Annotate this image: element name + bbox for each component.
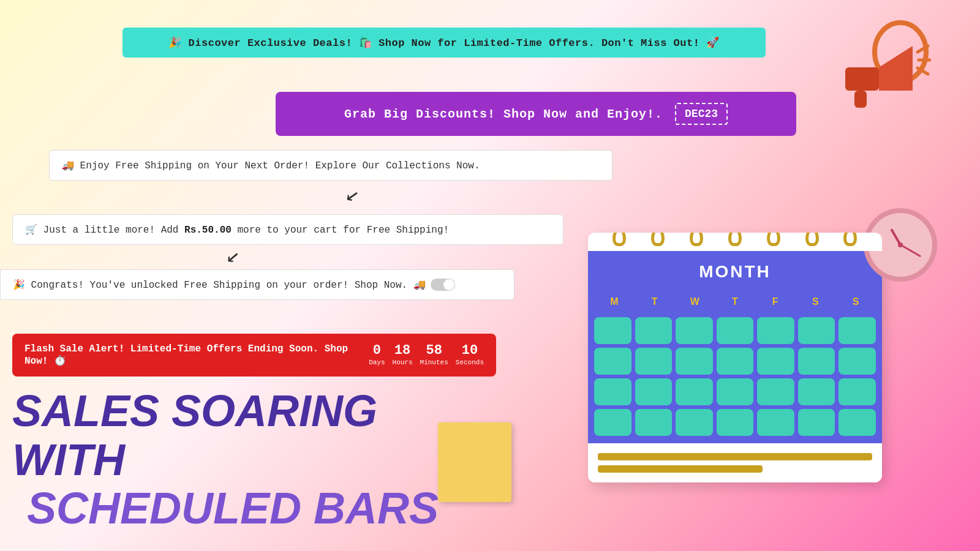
cal-cell — [676, 409, 713, 436]
cal-cell — [594, 409, 631, 436]
cal-cell — [757, 409, 794, 436]
day-f: F — [755, 296, 796, 307]
congrats-bar[interactable]: 🎉 Congrats! You've unlocked Free Shippin… — [0, 269, 514, 300]
minutes-label: Minutes — [420, 359, 448, 366]
seconds-unit: 10 Seconds — [456, 344, 484, 366]
arrow-down-2: ↙ — [225, 241, 241, 269]
shipping-banner[interactable]: 🚚 Enjoy Free Shipping on Your Next Order… — [49, 150, 612, 181]
cart-prefix: 🛒 Just a little more! Add — [25, 225, 184, 236]
cal-cell — [798, 317, 835, 344]
shipping-text: 🚚 Enjoy Free Shipping on Your Next Order… — [62, 160, 480, 171]
month-label: MONTH — [699, 262, 771, 281]
bottom-heading: SALES SOARING WITH SCHEDULED BARS — [12, 387, 453, 533]
ring-5 — [767, 233, 780, 246]
cal-cell — [594, 378, 631, 405]
cal-cell — [676, 348, 713, 375]
cal-cell — [757, 348, 794, 375]
ring-3 — [690, 233, 703, 246]
minutes-unit: 58 Minutes — [420, 344, 448, 366]
cal-cell — [798, 348, 835, 375]
cal-cell — [676, 317, 713, 344]
top-announcement-bar[interactable]: 🎉 Discover Exclusive Deals! 🛍️ Shop Now … — [123, 28, 766, 58]
ring-4 — [728, 233, 742, 246]
calendar-rings — [588, 233, 882, 251]
seconds-label: Seconds — [456, 359, 484, 366]
svg-rect-6 — [854, 91, 867, 108]
congrats-text: 🎉 Congrats! You've unlocked Free Shippin… — [13, 279, 426, 291]
flash-sale-bar[interactable]: Flash Sale Alert! Limited-Time Offers En… — [12, 334, 496, 377]
cal-cell — [594, 317, 631, 344]
cal-cell — [594, 348, 631, 375]
ring-2 — [651, 233, 665, 246]
calendar-widget: MONTH M T W T F S S — [588, 233, 907, 514]
cal-cell — [635, 348, 673, 375]
days-label: Days — [369, 359, 385, 366]
promo-code: DEC23 — [675, 103, 728, 125]
promo-bar[interactable]: Grab Big Discounts! Shop Now and Enjoy!.… — [276, 92, 796, 136]
arrow-down-1: ↙ — [344, 179, 361, 208]
calendar-grid — [588, 313, 882, 443]
cal-cell — [717, 317, 754, 344]
day-headers: M T W T F S S — [588, 293, 882, 313]
cal-cell — [798, 409, 835, 436]
sticky-note — [438, 422, 511, 502]
cal-cell — [757, 378, 794, 405]
day-m: M — [594, 296, 635, 307]
heading-line2: SCHEDULED BARS — [12, 484, 453, 533]
flash-text: Flash Sale Alert! Limited-Time Offers En… — [24, 343, 359, 367]
heading-line1: SALES SOARING WITH — [12, 387, 453, 484]
promo-bar-text: Grab Big Discounts! Shop Now and Enjoy!. — [344, 107, 663, 121]
ring-1 — [612, 233, 626, 246]
cal-cell — [757, 317, 794, 344]
cal-cell — [798, 378, 835, 405]
day-w: W — [674, 296, 715, 307]
cal-cell — [635, 409, 673, 436]
megaphone-icon — [833, 18, 931, 116]
cart-bar[interactable]: 🛒 Just a little more! Add Rs.50.00 more … — [12, 214, 564, 245]
countdown-timer: 0 Days 18 Hours 58 Minutes 10 Seconds — [369, 344, 484, 366]
cart-amount: Rs.50.00 — [184, 225, 232, 236]
hours-unit: 18 Hours — [393, 344, 413, 366]
hours-value: 18 — [394, 344, 410, 358]
top-bar-text: 🎉 Discover Exclusive Deals! 🛍️ Shop Now … — [168, 37, 719, 49]
toggle-switch[interactable] — [431, 279, 455, 291]
cal-cell — [839, 378, 876, 405]
days-unit: 0 Days — [369, 344, 385, 366]
cal-cell — [717, 409, 754, 436]
cart-suffix: more to your cart for Free Shipping! — [232, 225, 449, 236]
day-s2: S — [835, 296, 876, 307]
cal-cell — [635, 317, 673, 344]
seconds-value: 10 — [462, 344, 478, 358]
cal-cell — [676, 378, 713, 405]
cal-cell — [717, 378, 754, 405]
ring-7 — [843, 233, 857, 246]
ring-6 — [805, 233, 819, 246]
cal-line-2 — [598, 465, 763, 473]
minutes-value: 58 — [426, 344, 442, 358]
hours-label: Hours — [393, 359, 413, 366]
calendar-header: MONTH — [588, 251, 882, 293]
cal-cell — [839, 317, 876, 344]
day-t2: T — [715, 296, 755, 307]
clock-center-dot — [898, 242, 903, 247]
cal-cell — [717, 348, 754, 375]
cal-cell — [839, 409, 876, 436]
day-t1: T — [635, 296, 675, 307]
day-s1: S — [796, 296, 836, 307]
cal-line-1 — [598, 453, 872, 460]
calendar-bottom — [588, 443, 882, 482]
svg-rect-1 — [845, 67, 879, 91]
cal-cell — [635, 378, 673, 405]
days-value: 0 — [373, 344, 381, 358]
svg-marker-2 — [879, 46, 913, 91]
cal-cell — [839, 348, 876, 375]
clock-minute-hand — [900, 244, 921, 258]
calendar: MONTH M T W T F S S — [588, 233, 882, 482]
